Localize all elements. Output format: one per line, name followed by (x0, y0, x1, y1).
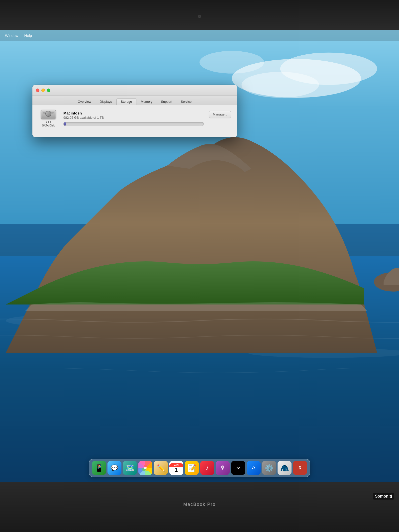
music-icon: ♪ (206, 464, 209, 471)
dock-icon-settings[interactable]: ⚙️ (262, 461, 276, 475)
disk-info: Macintosh 982.05 GB available of 1 TB (63, 111, 204, 126)
tab-overview[interactable]: Overview (74, 99, 95, 105)
messages-icon: 💬 (111, 464, 118, 471)
manage-button[interactable]: Manage... (209, 111, 231, 118)
dock-icon-appstore[interactable]: A (247, 461, 261, 475)
dock-icon-notes[interactable]: 📝 (185, 461, 199, 475)
disk-icon-label: 1 TB SATA Disk (42, 120, 55, 127)
menubar-window[interactable]: Window (5, 33, 18, 38)
tabs-bar: Overview Displays Storage Memory Support… (32, 96, 237, 105)
disk-icon-image (41, 110, 56, 119)
svg-point-13 (144, 467, 147, 469)
dock-icon-hangers[interactable]: 🧥 (278, 461, 292, 475)
menubar-help[interactable]: Help (24, 33, 32, 38)
macbook-label: MacBook Pro (183, 502, 216, 507)
top-bezel (0, 0, 399, 30)
svg-text:R: R (299, 466, 301, 470)
freeform-icon: ✏️ (157, 464, 165, 472)
disk-available: 982.05 GB available of 1 TB (63, 116, 204, 119)
tab-memory[interactable]: Memory (137, 99, 157, 105)
svg-point-3 (241, 72, 319, 98)
dock-icon-photos[interactable] (138, 461, 152, 475)
screen: Window Help Overview Displays Storage Me… (0, 30, 399, 482)
dock-icon-appletv[interactable]: tv (231, 461, 245, 475)
hangers-icon: 🧥 (280, 464, 289, 472)
maps-icon: 🗺️ (126, 464, 134, 472)
menubar: Window Help (0, 30, 399, 41)
disk-name: Macintosh (63, 111, 204, 115)
menubar-items: Window Help (5, 33, 32, 38)
bottom-bezel: MacBook Pro (0, 482, 399, 532)
dock-icon-freeform[interactable]: ✏️ (154, 461, 168, 475)
appletv-icon: tv (234, 465, 243, 470)
storage-row: 1 TB SATA Disk Macintosh 982.05 GB avail… (38, 110, 231, 127)
dock-icon-red[interactable]: R (293, 461, 307, 475)
tab-support[interactable]: Support (157, 99, 176, 105)
tab-storage[interactable]: Storage (116, 98, 136, 105)
webcam (198, 15, 201, 18)
dock: 📱 💬 🗺️ ✏️ JAN 1 (89, 459, 310, 477)
storage-content: 1 TB SATA Disk Macintosh 982.05 GB avail… (32, 105, 237, 137)
disk-label-type: SATA Disk (42, 124, 55, 127)
appstore-icon: A (250, 464, 258, 472)
dock-icon-messages[interactable]: 💬 (107, 461, 121, 475)
about-this-mac-window: Overview Displays Storage Memory Support… (32, 85, 237, 137)
close-button[interactable] (36, 89, 39, 92)
tab-service[interactable]: Service (177, 99, 196, 105)
dock-icon-music[interactable]: ♪ (200, 461, 214, 475)
maximize-button[interactable] (47, 89, 50, 92)
calendar-month: JAN (169, 463, 183, 467)
tab-displays[interactable]: Displays (96, 99, 116, 105)
storage-bar-used (64, 122, 66, 126)
calendar-inner: JAN 1 (169, 461, 183, 475)
svg-text:tv: tv (237, 466, 240, 470)
notes-icon: 📝 (188, 464, 196, 472)
facetime-icon: 📱 (95, 464, 103, 472)
settings-icon: ⚙️ (265, 464, 274, 472)
svg-point-4 (200, 51, 264, 74)
svg-text:A: A (252, 464, 256, 471)
red-app-icon: R (295, 463, 305, 473)
minimize-button[interactable] (41, 89, 45, 92)
dock-icon-maps[interactable]: 🗺️ (123, 461, 137, 475)
dock-icon-calendar[interactable]: JAN 1 (169, 461, 183, 475)
storage-bar-container (63, 122, 204, 126)
disk-icon: 1 TB SATA Disk (38, 110, 58, 127)
podcasts-icon: 🎙 (220, 465, 225, 471)
dock-icon-facetime[interactable]: 📱 (92, 461, 106, 475)
disk-label-size: 1 TB (45, 120, 51, 123)
calendar-day: 1 (175, 467, 178, 473)
photos-flower-icon (141, 464, 149, 472)
dock-icon-podcasts[interactable]: 🎙 (216, 461, 230, 475)
window-titlebar (32, 85, 237, 96)
watermark: Somon.tj (373, 493, 394, 500)
